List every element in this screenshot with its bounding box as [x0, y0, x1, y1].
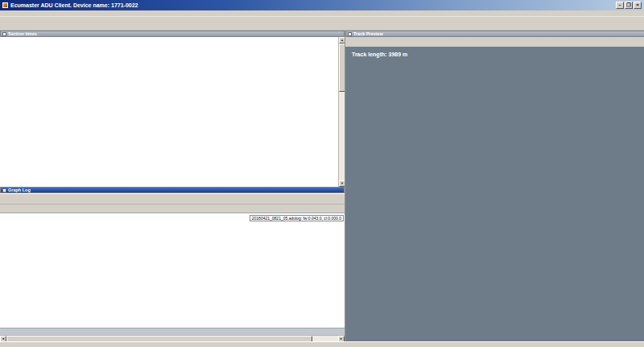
restore-button[interactable]: ❐ [625, 2, 633, 9]
left-column: Section times ▲ ▼ Graph Log 20180421_082… [0, 31, 345, 341]
graph-plot-area[interactable]: 20180421_0821_05.adulog: fw:0.043.0, cl:… [0, 213, 345, 328]
ecumaster-adu-client-window: Ecumaster ADU Client. Device name: 1771-… [0, 0, 644, 347]
track-length-label: Track length: 3989 m [352, 52, 407, 57]
main-toolbar [0, 17, 644, 24]
time-axis [0, 328, 345, 335]
graph-log-title: Graph Log [8, 188, 31, 192]
panel-icon [348, 32, 352, 36]
minimize-button[interactable]: – [616, 2, 624, 9]
title-bar: Ecumaster ADU Client. Device name: 1771-… [0, 0, 644, 10]
track-preview-panel: Track Preview Track length: 3989 m [345, 31, 644, 341]
status-bar [0, 341, 644, 347]
table-filler [0, 179, 338, 187]
menu-bar [0, 10, 644, 17]
graph-toolbar [0, 194, 345, 204]
log-file-label: 20180421_0821_05.adulog: fw:0.043.0, cl:… [250, 215, 344, 221]
panel-icon [2, 32, 6, 36]
table-vertical-scrollbar[interactable]: ▲ ▼ [338, 37, 345, 187]
graph-log-header[interactable]: Graph Log [0, 187, 345, 193]
track-preview-header[interactable]: Track Preview [345, 31, 644, 37]
main-tab-strip [0, 24, 644, 31]
section-times-header[interactable]: Section times [0, 31, 345, 37]
app-icon [2, 2, 8, 8]
graph-tab-strip [0, 204, 345, 213]
track-toolbar [345, 37, 644, 47]
close-button[interactable]: × [634, 2, 642, 9]
section-times-title: Section times [8, 31, 37, 36]
track-preview-title: Track Preview [353, 31, 383, 36]
panel-icon [2, 188, 6, 192]
window-title: Ecumaster ADU Client. Device name: 1771-… [10, 2, 138, 8]
track-map[interactable]: Track length: 3989 m [345, 47, 644, 341]
graph-horizontal-scrollbar[interactable]: ◄ ► [0, 335, 345, 341]
